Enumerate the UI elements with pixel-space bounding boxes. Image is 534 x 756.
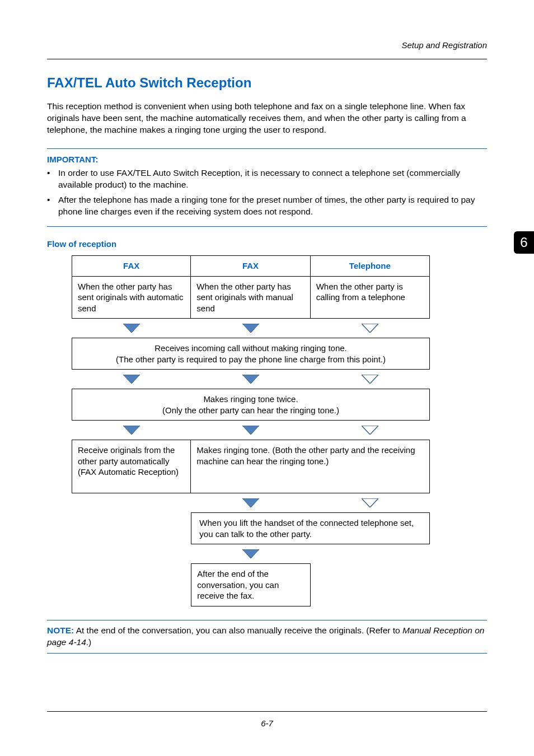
note-text: At the end of the conversation, you can … <box>74 626 402 635</box>
arrow-down-solid-icon <box>242 549 259 558</box>
flow-cell-span23: When you lift the handset of the connect… <box>191 512 430 544</box>
arrow-down-solid-icon <box>123 426 140 435</box>
flow-header-fax2: FAX <box>191 255 310 276</box>
important-block: IMPORTANT: • In order to use FAX/TEL Aut… <box>47 148 487 227</box>
arrow-down-solid-icon <box>242 498 259 507</box>
flow-cell: After the end of the conversation, you c… <box>191 563 310 606</box>
flow-cell-span: Makes ringing tone twice. (Only the othe… <box>72 389 430 421</box>
svg-marker-2 <box>242 324 259 333</box>
arrow-row <box>191 544 430 563</box>
arrow-down-outline-icon <box>362 375 378 384</box>
arrow-down-outline-icon <box>362 498 378 507</box>
flow-heading: Flow of reception <box>47 239 487 249</box>
arrow-down-outline-icon <box>362 324 378 333</box>
arrow-row <box>191 493 430 512</box>
flow-header-tel: Telephone <box>311 255 430 276</box>
svg-marker-17 <box>362 498 378 507</box>
bullet-dot: • <box>47 194 58 218</box>
arrow-down-outline-icon <box>362 426 378 435</box>
flow-header-fax1: FAX <box>72 255 191 276</box>
important-label: IMPORTANT: <box>47 155 487 164</box>
arrow-down-solid-icon <box>123 375 140 384</box>
svg-marker-10 <box>123 426 140 435</box>
svg-marker-15 <box>242 498 259 507</box>
bullet-text: In order to use FAX/TEL Auto Switch Rece… <box>58 167 487 191</box>
svg-marker-5 <box>123 375 140 384</box>
flow-cell: Receive originals from the other party a… <box>72 440 191 493</box>
flow-diagram: FAX FAX Telephone When the other party h… <box>72 255 430 606</box>
header-rule <box>47 59 487 59</box>
bullet-dot: • <box>47 167 58 191</box>
svg-marker-0 <box>123 324 140 333</box>
svg-marker-18 <box>242 549 259 558</box>
svg-marker-9 <box>362 375 378 384</box>
svg-marker-4 <box>362 324 378 333</box>
page-number: 6-7 <box>47 711 487 728</box>
arrow-row <box>72 319 430 338</box>
flow-cell: When the other party has sent originals … <box>191 276 310 319</box>
arrow-down-solid-icon <box>123 324 140 333</box>
header-section: Setup and Registration <box>47 40 487 52</box>
flow-cell: When the other party is calling from a t… <box>311 276 430 319</box>
intro-paragraph: This reception method is convenient when… <box>47 101 487 136</box>
arrow-row <box>72 421 430 440</box>
note-text-after: .) <box>86 637 91 647</box>
bullet-item: • In order to use FAX/TEL Auto Switch Re… <box>47 167 487 191</box>
flow-row-handset: When you lift the handset of the connect… <box>191 512 430 544</box>
arrow-down-solid-icon <box>242 426 259 435</box>
svg-marker-7 <box>242 375 259 384</box>
flow-row-3: Receive originals from the other party a… <box>72 440 430 493</box>
arrow-down-solid-icon <box>242 324 259 333</box>
flow-cell: When the other party has sent originals … <box>72 276 191 319</box>
svg-marker-12 <box>242 426 259 435</box>
flow-row-ring-twice: Makes ringing tone twice. (Only the othe… <box>72 389 430 421</box>
flow-row-after: After the end of the conversation, you c… <box>191 563 430 606</box>
flow-header-row: FAX FAX Telephone <box>72 255 430 276</box>
arrow-down-solid-icon <box>242 375 259 384</box>
bullet-item: • After the telephone has made a ringing… <box>47 194 487 218</box>
arrow-row <box>72 370 430 389</box>
flow-row-1: When the other party has sent originals … <box>72 276 430 319</box>
flow-row-receive: Receives incoming call without making ri… <box>72 338 430 370</box>
flow-cell-span: Receives incoming call without making ri… <box>72 338 430 370</box>
note-label: NOTE: <box>47 626 74 635</box>
chapter-tab: 6 <box>514 231 534 254</box>
flow-cell-span23: Makes ringing tone. (Both the other part… <box>191 440 430 493</box>
bullet-text: After the telephone has made a ringing t… <box>58 194 487 218</box>
svg-marker-14 <box>362 426 378 435</box>
page-title: FAX/TEL Auto Switch Reception <box>47 75 487 91</box>
note-block: NOTE: At the end of the conversation, yo… <box>47 620 487 654</box>
